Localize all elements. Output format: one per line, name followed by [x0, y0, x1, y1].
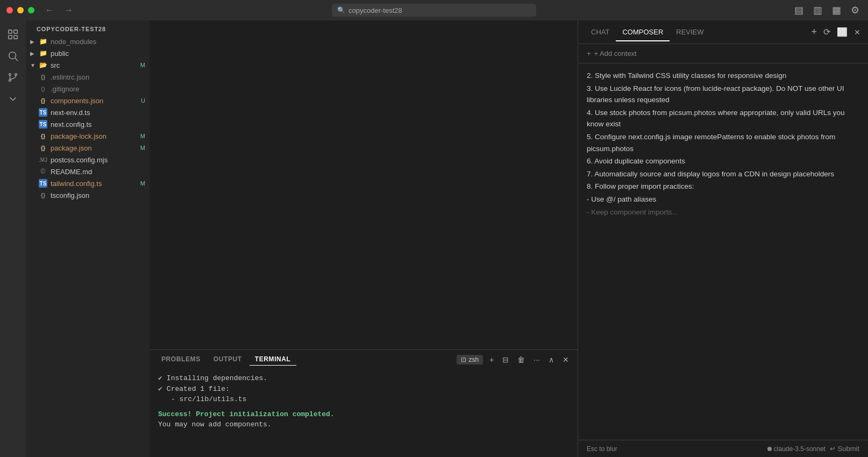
collapse-panel-button[interactable]: ∧	[546, 354, 556, 365]
md-icon: ©	[39, 167, 47, 176]
titlebar-actions: ▤ ▥ ▦ ⚙	[792, 3, 862, 17]
file-name: README.md	[51, 168, 150, 176]
bottom-panel: PROBLEMS OUTPUT TERMINAL ⊡ zsh + ⊟ 🗑 ···…	[150, 349, 578, 457]
json-icon: {}	[39, 73, 47, 81]
terminal-text: Installing dependencies.	[167, 373, 267, 384]
sidebar-header: COPYCODER-TEST28	[26, 20, 150, 35]
titlebar-search[interactable]: 🔍 copycoder-test28	[332, 4, 536, 17]
source-control-button[interactable]	[3, 68, 23, 87]
titlebar-navigation: ← →	[43, 4, 75, 16]
chevron-right-icon: ▶	[30, 39, 39, 45]
git-icon: ()	[39, 84, 47, 93]
composer-line-8b: - Keep component imports...	[587, 206, 859, 218]
sidebar-item-public[interactable]: ▶ 📁 public	[26, 47, 150, 59]
terminal-shell-icon: ⊡	[461, 356, 466, 363]
search-text: copycoder-test28	[348, 6, 402, 15]
composer-footer-right: claude-3.5-sonnet ↵ Submit	[767, 445, 859, 453]
explorer-button[interactable]	[3, 25, 23, 44]
maximize-traffic-light[interactable]	[28, 7, 34, 13]
sidebar-item-package-lock[interactable]: {} package-lock.json M	[26, 130, 150, 142]
panel-toggle-icon[interactable]: ▥	[811, 3, 824, 17]
add-terminal-button[interactable]: +	[487, 354, 496, 365]
sidebar-item-package-json[interactable]: {} package.json M	[26, 142, 150, 154]
forward-button[interactable]: →	[62, 4, 75, 16]
right-panel: CHAT COMPOSER REVIEW + ⟳ ⬜ ✕ + + Add con…	[578, 20, 868, 457]
close-panel-button[interactable]: ✕	[853, 27, 862, 38]
tab-output[interactable]: OUTPUT	[208, 353, 247, 366]
tab-problems[interactable]: PROBLEMS	[156, 353, 206, 366]
composer-line-5: 5. Configure next.config.js image remote…	[587, 131, 859, 154]
expand-panel-button[interactable]: ⬜	[836, 26, 849, 38]
svg-point-7	[15, 74, 17, 76]
sidebar-item-node-modules[interactable]: ▶ 📁 node_modules	[26, 35, 150, 47]
sidebar-item-eslintrc[interactable]: {} .eslintrc.json	[26, 71, 150, 83]
add-context-button[interactable]: + + Add context	[587, 49, 637, 58]
model-indicator: claude-3.5-sonnet	[767, 445, 826, 453]
svg-rect-1	[14, 30, 17, 33]
sidebar-item-postcss[interactable]: .MJ postcss.config.mjs	[26, 154, 150, 166]
composer-line-8: 8. Follow proper import practices:	[587, 181, 859, 192]
submit-button[interactable]: ↵ Submit	[830, 445, 859, 453]
settings-icon[interactable]: ⚙	[849, 3, 862, 17]
json-icon: {}	[39, 132, 47, 140]
file-name: components.json	[51, 97, 139, 105]
model-name: claude-3.5-sonnet	[774, 445, 826, 453]
svg-line-5	[15, 58, 18, 61]
file-name: postcss.config.mjs	[51, 156, 150, 164]
file-name: .gitignore	[51, 85, 150, 93]
terminal-line: ✔ Created 1 file:	[158, 384, 569, 395]
tab-composer[interactable]: COMPOSER	[616, 24, 670, 41]
tab-review[interactable]: REVIEW	[670, 24, 710, 41]
sidebar-item-gitignore[interactable]: () .gitignore	[26, 83, 150, 95]
file-name: src	[51, 61, 138, 69]
main-container: COPYCODER-TEST28 ▶ 📁 node_modules ▶ 📁 pu…	[0, 20, 868, 457]
sidebar-item-readme[interactable]: © README.md	[26, 166, 150, 177]
sidebar-item-src[interactable]: ▼ 📂 src M	[26, 59, 150, 71]
trash-terminal-button[interactable]: 🗑	[515, 354, 527, 365]
model-dot	[767, 447, 772, 451]
more-button[interactable]	[3, 89, 23, 109]
sidebar-item-next-env[interactable]: TS next-env.d.ts	[26, 106, 150, 118]
close-panel-button[interactable]: ✕	[560, 354, 571, 365]
panel-tab-actions: + ⟳ ⬜ ✕	[810, 25, 862, 39]
svg-rect-0	[9, 30, 12, 33]
terminal-line-indent: - src/lib/utils.ts	[171, 394, 569, 405]
file-name: package.json	[51, 144, 138, 152]
folder-open-icon: 📂	[39, 61, 47, 69]
sidebar-item-components-json[interactable]: {} components.json U	[26, 95, 150, 106]
close-traffic-light[interactable]	[6, 7, 13, 13]
editor-area	[150, 20, 578, 349]
terminal-content[interactable]: ✔ Installing dependencies. ✔ Created 1 f…	[150, 369, 578, 457]
sidebar: COPYCODER-TEST28 ▶ 📁 node_modules ▶ 📁 pu…	[26, 20, 150, 457]
modified-badge: M	[140, 180, 145, 187]
file-name: package-lock.json	[51, 132, 138, 140]
split-terminal-button[interactable]: ⊟	[500, 354, 511, 365]
sidebar-item-next-config[interactable]: TS next.config.ts	[26, 118, 150, 130]
svg-rect-2	[9, 35, 12, 39]
bottom-panel-actions: ⊡ zsh + ⊟ 🗑 ··· ∧ ✕	[457, 354, 571, 365]
sidebar-toggle-icon[interactable]: ▤	[792, 3, 806, 17]
layout-icon[interactable]: ▦	[830, 3, 843, 17]
mjs-icon: .MJ	[39, 155, 47, 164]
terminal-line: ✔ Installing dependencies.	[158, 373, 569, 384]
terminal-line: Success! Project initialization complete…	[158, 409, 569, 420]
terminal-text: Created 1 file:	[167, 384, 230, 395]
composer-text-area[interactable]: 2. Style with Tailwind CSS utility class…	[578, 63, 868, 440]
minimize-traffic-light[interactable]	[17, 7, 24, 13]
add-panel-button[interactable]: +	[810, 25, 818, 39]
svg-point-6	[9, 80, 11, 82]
sidebar-item-tailwind[interactable]: TS tailwind.config.ts M	[26, 177, 150, 189]
back-button[interactable]: ←	[43, 4, 56, 16]
bottom-panel-tabs: PROBLEMS OUTPUT TERMINAL ⊡ zsh + ⊟ 🗑 ···…	[150, 350, 578, 369]
more-terminal-button[interactable]: ···	[531, 354, 542, 365]
sidebar-item-tsconfig[interactable]: {} tsconfig.json	[26, 189, 150, 201]
refresh-panel-button[interactable]: ⟳	[822, 26, 831, 38]
terminal-label: ⊡ zsh	[457, 355, 483, 365]
json-icon: {}	[39, 96, 47, 105]
right-panel-content: + + Add context 2. Style with Tailwind C…	[578, 44, 868, 457]
search-button[interactable]	[3, 46, 23, 66]
file-name: node_modules	[51, 38, 150, 46]
tab-chat[interactable]: CHAT	[585, 24, 616, 41]
tab-terminal[interactable]: TERMINAL	[250, 353, 296, 366]
check-icon: ✔	[158, 373, 162, 384]
